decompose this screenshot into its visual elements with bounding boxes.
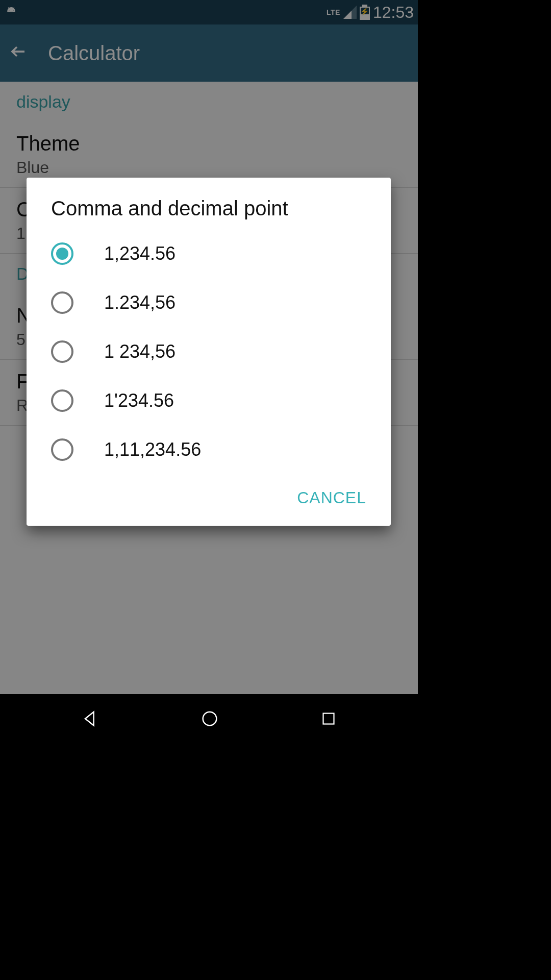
dialog-title: Comma and decimal point	[27, 178, 391, 229]
radio-icon	[51, 291, 73, 314]
option-label-0: 1,234.56	[104, 243, 176, 264]
android-navbar	[0, 694, 418, 743]
radio-icon	[51, 389, 73, 412]
option-label-4: 1,11,234.56	[104, 439, 201, 460]
option-row-3[interactable]: 1'234.56	[27, 376, 391, 425]
radio-icon	[51, 242, 73, 265]
option-label-2: 1 234,56	[104, 341, 176, 362]
option-row-2[interactable]: 1 234,56	[27, 327, 391, 376]
svg-rect-1	[323, 714, 334, 724]
nav-recent-icon[interactable]	[319, 709, 338, 728]
comma-decimal-dialog: Comma and decimal point 1,234.56 1.234,5…	[27, 178, 391, 526]
radio-icon	[51, 340, 73, 363]
option-row-0[interactable]: 1,234.56	[27, 229, 391, 278]
radio-icon	[51, 438, 73, 461]
option-row-1[interactable]: 1.234,56	[27, 278, 391, 327]
option-label-3: 1'234.56	[104, 390, 174, 411]
option-row-4[interactable]: 1,11,234.56	[27, 425, 391, 474]
cancel-button[interactable]: CANCEL	[297, 488, 366, 507]
nav-back-icon[interactable]	[80, 708, 101, 729]
option-label-1: 1.234,56	[104, 292, 176, 313]
svg-point-0	[203, 712, 217, 726]
nav-home-icon[interactable]	[199, 708, 220, 729]
